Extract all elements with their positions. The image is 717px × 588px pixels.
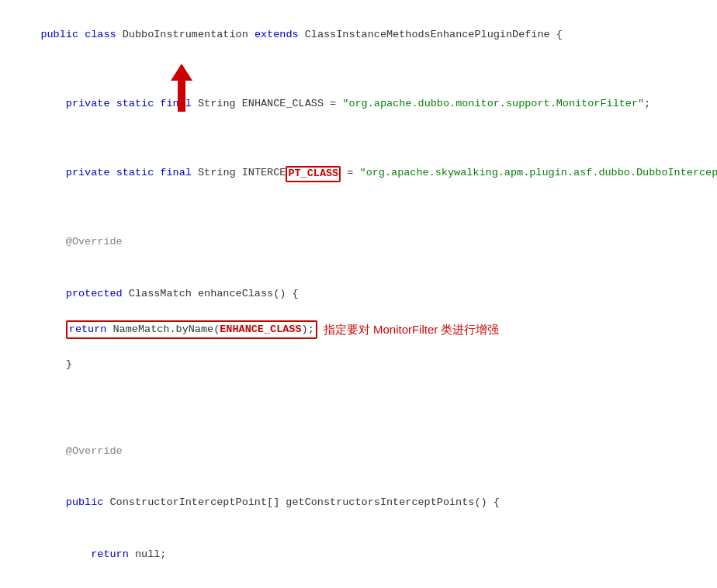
code-line-4 (16, 130, 701, 147)
code-line-16: } (16, 581, 701, 588)
code-line-2 (16, 61, 701, 78)
code-line-6 (16, 199, 701, 216)
code-line-11 (16, 391, 701, 408)
code-line-9: return NameMatch.byName(ENHANCE_CLASS); … (16, 320, 701, 339)
enhance-class-annotation: 指定要对 MonitorFilter 类进行增强 (324, 320, 500, 339)
code-line-14: public ConstructorInterceptPoint[] getCo… (16, 477, 701, 529)
code-line-7: @Override (16, 216, 701, 268)
code-line-8: protected ClassMatch enhanceClass() { (16, 268, 701, 320)
code-line-15: return null; (16, 529, 701, 581)
code-line-10: } (16, 339, 701, 391)
code-line-12 (16, 408, 701, 425)
code-line-13: @Override (16, 425, 701, 477)
code-line-5: private static final String INTERCEPT_CL… (16, 147, 701, 199)
code-line-3: private static final String ENHANCE_CLAS… (16, 78, 701, 130)
code-line-1: public class DubboInstrumentation extend… (16, 9, 701, 61)
